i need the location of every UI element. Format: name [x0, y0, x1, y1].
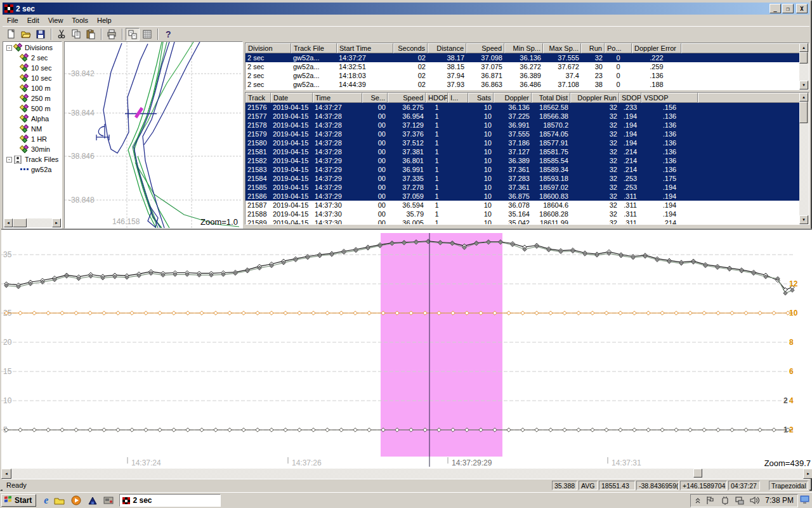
scroll-up-button[interactable]: ▴	[799, 93, 808, 102]
points-table[interactable]: TrackDateTimeSe...SpeedHDOPI...SatsDoppl…	[246, 93, 809, 225]
folder-icon[interactable]	[54, 496, 65, 505]
scrollbar-thumb[interactable]	[13, 218, 27, 227]
column-header[interactable]: Distance	[428, 43, 466, 53]
column-header[interactable]: Speed	[466, 43, 504, 53]
chart-horizontal-scrollbar[interactable]: ◂ ▸	[1, 469, 812, 479]
menu-tools[interactable]: Tools	[67, 15, 93, 25]
column-header[interactable]: Max Sp...	[543, 43, 581, 53]
sidebar-item-nm[interactable]: NM	[4, 124, 61, 134]
power-plug-icon[interactable]	[720, 496, 730, 505]
table-row[interactable]: 215842019-04-1514:37:290037.33511037.283…	[246, 174, 809, 183]
menu-view[interactable]: View	[44, 15, 68, 25]
start-button[interactable]: Start	[1, 494, 36, 507]
scroll-left-button[interactable]: ◂	[1, 469, 11, 479]
internet-explorer-icon[interactable]: e	[44, 495, 48, 506]
table-row[interactable]: 215822019-04-1514:37:290036.80111036.389…	[246, 156, 809, 165]
sidebar-item-10-sec[interactable]: 10 sec	[4, 73, 61, 83]
table-row[interactable]: 215762019-04-1514:37:270036.27511036.136…	[246, 103, 809, 112]
table-row[interactable]: 2 secgw52a...14:37:270238.1737.09836.136…	[246, 53, 809, 62]
column-header[interactable]: Min Sp...	[504, 43, 543, 53]
runs-table-scrollbar[interactable]: ▴ ▾	[799, 43, 809, 90]
column-header[interactable]: Doppler	[494, 93, 532, 103]
points-table-scrollbar[interactable]: ▴ ▾	[799, 93, 809, 224]
network-icon[interactable]	[735, 496, 745, 505]
speed-chart-panel[interactable]: 35252015105121086241214:37:2414:37:2614:…	[1, 229, 812, 479]
table-row[interactable]: 215772019-04-1514:37:280036.95411037.225…	[246, 112, 809, 121]
scrollbar-track[interactable]	[799, 123, 809, 215]
minimize-button[interactable]: _	[769, 4, 781, 13]
track-map-panel[interactable]: -38.842-38.844-38.846-38.848146.158Zoom=…	[64, 41, 243, 229]
sidebar-item-gw52a[interactable]: gw52a	[4, 164, 61, 175]
menu-file[interactable]: File	[3, 15, 23, 25]
app-icon-gray[interactable]	[103, 496, 114, 505]
column-header[interactable]: Sats	[468, 93, 494, 103]
menu-edit[interactable]: Edit	[23, 15, 44, 25]
track-map[interactable]: -38.842-38.844-38.846-38.848146.158Zoom=…	[65, 42, 242, 228]
column-header[interactable]: Po...	[605, 43, 632, 53]
table-row[interactable]: 215872019-04-1514:37:300036.59411036.078…	[246, 201, 809, 210]
paste-button[interactable]	[84, 28, 98, 41]
taskbar-window-button[interactable]: 2 sec	[119, 494, 221, 507]
column-header[interactable]: I...	[448, 93, 468, 103]
column-header[interactable]: Time	[313, 93, 362, 103]
show-desktop-icon[interactable]	[799, 495, 811, 505]
menu-help[interactable]: Help	[93, 15, 116, 25]
save-button[interactable]	[34, 28, 48, 41]
sidebar-item-250-m[interactable]: 250 m	[4, 93, 61, 104]
tree-root-track-files[interactable]: -Track Files	[4, 154, 61, 164]
table-row[interactable]: 215782019-04-1514:37:280037.12911036.991…	[246, 121, 809, 130]
scrollbar-thumb[interactable]	[693, 469, 702, 478]
table-row[interactable]: 215862019-04-1514:37:290037.05911036.875…	[246, 192, 809, 201]
column-header[interactable]: Seconds	[393, 43, 428, 53]
column-header[interactable]: Se...	[362, 93, 388, 103]
copy-button[interactable]	[69, 28, 83, 41]
window-mode-button[interactable]	[126, 28, 140, 41]
speed-chart[interactable]: 35252015105121086241214:37:2414:37:2614:…	[1, 230, 812, 470]
table-view-button[interactable]	[140, 28, 154, 41]
column-header[interactable]: Run	[581, 43, 605, 53]
media-player-icon[interactable]	[71, 495, 82, 506]
column-header[interactable]: Division	[246, 43, 291, 53]
hidden-icons-chevron[interactable]	[695, 497, 701, 504]
table-row[interactable]: 215802019-04-1514:37:280037.51211037.186…	[246, 138, 809, 147]
column-header[interactable]: VSDOP	[641, 93, 698, 103]
sidebar-item-2-sec[interactable]: 2 sec	[4, 53, 61, 63]
table-row[interactable]: 2 secgw52a...14:18:030237.9436.87136.389…	[246, 71, 809, 80]
table-row[interactable]: 215852019-04-1514:37:290037.27811037.361…	[246, 183, 809, 192]
column-header[interactable]: Doppler Error	[632, 43, 681, 53]
scroll-left-button[interactable]: ◂	[4, 218, 13, 227]
sidebar-item-1-hr[interactable]: 1 HR	[4, 134, 61, 144]
sidebar-item-30min[interactable]: 30min	[4, 144, 61, 154]
table-row[interactable]: 215792019-04-1514:37:280037.37611037.555…	[246, 130, 809, 138]
new-button[interactable]	[4, 28, 18, 41]
table-row[interactable]: 215892019-04-1514:37:300036.00511035.042…	[246, 218, 809, 225]
scroll-up-button[interactable]: ▴	[799, 43, 808, 52]
tree-collapse-box[interactable]: -	[6, 157, 12, 163]
scrollbar-thumb[interactable]	[799, 102, 808, 123]
column-header[interactable]: Speed	[388, 93, 426, 103]
table-row[interactable]: 2 secgw52a...14:32:510238.1537.07536.272…	[246, 62, 809, 71]
app-icon-blue[interactable]	[88, 496, 98, 505]
scroll-down-button[interactable]: ▾	[799, 81, 808, 90]
column-header[interactable]: Start Time	[337, 43, 393, 53]
help-button[interactable]: ?	[161, 28, 175, 41]
scrollbar-thumb[interactable]	[799, 52, 808, 64]
column-header[interactable]: HDOP	[426, 93, 448, 103]
table-row[interactable]: 215832019-04-1514:37:290036.99111037.361…	[246, 165, 809, 174]
column-header[interactable]: Track	[246, 93, 271, 103]
title-bar[interactable]: 2 sec _ ❐ X	[3, 3, 809, 15]
scroll-right-button[interactable]: ▸	[803, 469, 812, 479]
scrollbar-track[interactable]	[27, 218, 52, 227]
column-header[interactable]: SDOP	[619, 93, 641, 103]
runs-table[interactable]: DivisionTrack FileStart TimeSecondsDista…	[246, 43, 809, 89]
table-row[interactable]: 2 secgw52a...14:44:390237.9336.86336.486…	[246, 80, 809, 89]
sidebar-item-alpha[interactable]: Alpha	[4, 114, 61, 124]
restore-button[interactable]: ❐	[782, 4, 794, 13]
column-header[interactable]: Total Dist	[532, 93, 570, 103]
tree-horizontal-scrollbar[interactable]: ◂ ▸	[4, 218, 61, 227]
tree-collapse-box[interactable]: -	[6, 45, 12, 51]
column-header[interactable]: Date	[271, 93, 313, 103]
scroll-right-button[interactable]: ▸	[52, 218, 61, 227]
scroll-down-button[interactable]: ▾	[799, 215, 808, 224]
cut-button[interactable]	[55, 28, 69, 41]
